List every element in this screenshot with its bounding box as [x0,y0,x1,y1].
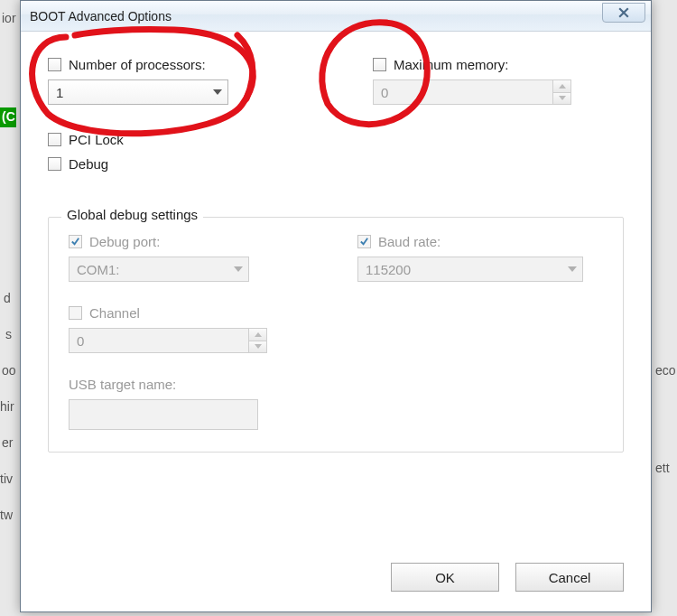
spinner-buttons [552,80,570,104]
bg-text: d [4,291,11,305]
max-memory-label: Maximum memory: [394,57,509,72]
bg-text: ior [2,11,16,25]
spinner-up-button [249,329,266,341]
pci-lock-label: PCI Lock [69,132,124,147]
usb-target-label: USB target name: [69,377,312,392]
close-button[interactable] [602,3,645,23]
num-processors-label: Number of processors: [69,57,206,72]
bg-text: ett [655,461,670,475]
debug-port-value: COM1: [77,262,120,277]
bg-text: tw [0,508,13,522]
chevron-down-icon [559,96,566,100]
chevron-up-icon [255,332,262,337]
channel-checkbox [69,306,82,320]
dialog-window: BOOT Advanced Options Number of processo… [20,0,652,612]
num-processors-value: 1 [56,85,63,100]
num-processors-checkbox[interactable] [48,58,61,71]
ok-button[interactable]: OK [391,563,499,592]
baud-rate-checkbox [357,235,371,248]
chevron-down-icon [234,266,243,272]
bg-text: (C [2,109,15,124]
num-processors-dropdown[interactable]: 1 [48,79,228,105]
max-memory-checkbox[interactable] [373,58,386,71]
bg-text: er [2,435,13,450]
max-memory-value: 0 [381,85,388,100]
dialog-body: Number of processors: 1 Maximum memory: … [21,32,651,611]
max-memory-spinner[interactable]: 0 [373,79,571,105]
baud-rate-dropdown: 115200 [357,257,583,282]
baud-rate-label: Baud rate: [378,234,441,249]
spinner-down-button[interactable] [553,93,570,105]
spinner-buttons [248,329,266,352]
spinner-up-button[interactable] [553,80,570,93]
bg-text: oo [2,363,16,378]
chevron-down-icon [255,344,262,349]
chevron-up-icon [559,84,566,89]
group-title: Global debug settings [61,207,203,222]
spinner-down-button [249,341,266,353]
debug-port-dropdown: COM1: [69,257,249,282]
usb-target-input [69,399,258,430]
channel-value: 0 [77,333,84,349]
bg-text: eco [655,363,676,378]
pci-lock-checkbox[interactable] [48,133,61,146]
chevron-down-icon [568,266,577,272]
debug-label: Debug [69,156,108,172]
ok-button-label: OK [435,570,455,585]
titlebar[interactable]: BOOT Advanced Options [21,1,651,32]
debug-port-checkbox [69,235,82,248]
bg-text: s [5,327,12,341]
cancel-button[interactable]: Cancel [515,563,624,592]
channel-spinner: 0 [69,328,267,353]
debug-port-label: Debug port: [89,234,160,249]
cancel-button-label: Cancel [549,570,591,585]
bg-text: hir [0,399,14,414]
bg-text: tiv [0,471,13,486]
global-debug-group: Global debug settings Debug port: COM1: [48,217,624,453]
channel-label: Channel [89,305,140,321]
window-title: BOOT Advanced Options [30,9,172,23]
debug-checkbox[interactable] [48,157,61,171]
baud-rate-value: 115200 [366,262,411,277]
close-icon [618,5,629,21]
chevron-down-icon [213,89,222,95]
